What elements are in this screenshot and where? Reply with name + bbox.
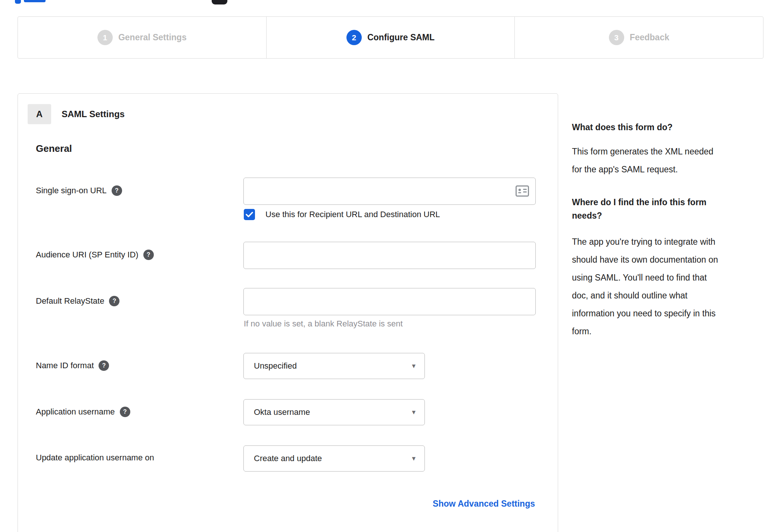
relay-state-hint: If no value is set, a blank RelayState i… [244, 319, 403, 329]
relay-state-input-wrap [243, 288, 536, 315]
show-advanced-settings-link[interactable]: Show Advanced Settings [433, 499, 535, 509]
sso-url-input[interactable] [243, 178, 536, 205]
app-username-label: Application username ? [36, 407, 239, 417]
step-configure-saml[interactable]: 2 Configure SAML [266, 17, 515, 58]
sidebar-answer-2-line: should have its own documentation on [572, 251, 760, 269]
help-icon[interactable]: ? [99, 360, 109, 371]
recipient-url-checkbox-row: Use this for Recipient URL and Destinati… [244, 209, 440, 220]
contact-card-icon [516, 185, 529, 197]
help-icon[interactable]: ? [109, 296, 119, 306]
general-heading: General [36, 143, 72, 154]
audience-uri-input-wrap [243, 242, 536, 269]
sidebar-answer-2: The app you're trying to integrate with … [572, 233, 760, 340]
relay-state-label: Default RelayState ? [36, 296, 239, 306]
section-header: A SAML Settings [28, 104, 125, 124]
wizard-stepper: 1 General Settings 2 Configure SAML 3 Fe… [18, 16, 763, 59]
step-label: Configure SAML [367, 32, 435, 43]
sidebar-answer-1: This form generates the XML needed for t… [572, 143, 760, 178]
cropped-header-icon-fragment [212, 0, 227, 4]
step-label: General Settings [118, 32, 187, 43]
help-sidebar: What does this form do? This form genera… [572, 93, 760, 340]
recipient-url-checkbox[interactable] [244, 209, 255, 220]
name-id-format-value: Unspecified [254, 361, 297, 371]
update-username-select[interactable]: Create and update ▾ [243, 445, 425, 472]
sidebar-question-1: What does this form do? [572, 122, 760, 133]
sidebar-answer-2-line: form. [572, 322, 760, 340]
sidebar-answer-2-line: information you need to specify in this [572, 304, 760, 322]
update-username-value: Create and update [254, 454, 322, 463]
recipient-url-checkbox-label: Use this for Recipient URL and Destinati… [265, 210, 440, 219]
saml-settings-panel: A SAML Settings General Single sign-on U… [18, 93, 558, 532]
name-id-format-select[interactable]: Unspecified ▾ [243, 353, 425, 379]
step-number-badge: 1 [97, 30, 113, 45]
app-username-select[interactable]: Okta username ▾ [243, 399, 425, 425]
help-icon[interactable]: ? [120, 407, 130, 417]
checkmark-icon [246, 212, 253, 218]
step-number-badge: 2 [346, 30, 362, 45]
step-number-badge: 3 [609, 30, 624, 45]
update-username-label-text: Update application username on [36, 453, 154, 463]
sidebar-question-2-line: needs? [572, 209, 760, 222]
sso-url-label: Single sign-on URL ? [36, 185, 239, 196]
section-badge: A [28, 104, 51, 124]
chevron-down-icon: ▾ [412, 408, 416, 416]
sidebar-question-2-line: Where do I find the info this form [572, 195, 760, 209]
help-icon[interactable]: ? [112, 185, 122, 196]
name-id-format-label: Name ID format ? [36, 360, 239, 371]
sidebar-answer-1-line: for the app's SAML request. [572, 160, 760, 178]
name-id-format-label-text: Name ID format [36, 361, 94, 370]
sso-url-label-text: Single sign-on URL [36, 186, 107, 195]
step-feedback[interactable]: 3 Feedback [514, 17, 763, 58]
help-icon[interactable]: ? [143, 250, 154, 260]
app-username-value: Okta username [254, 407, 310, 417]
section-title: SAML Settings [62, 109, 125, 119]
audience-uri-label-text: Audience URI (SP Entity ID) [36, 250, 139, 260]
cropped-header-fragment [15, 0, 21, 4]
chevron-down-icon: ▾ [412, 362, 416, 370]
sso-url-input-wrap [243, 178, 536, 205]
sidebar-answer-2-line: The app you're trying to integrate with [572, 233, 760, 251]
step-label: Feedback [630, 32, 669, 43]
relay-state-label-text: Default RelayState [36, 296, 104, 306]
relay-state-input[interactable] [243, 288, 536, 315]
update-username-label: Update application username on [36, 453, 239, 463]
chevron-down-icon: ▾ [412, 454, 416, 463]
sidebar-answer-1-line: This form generates the XML needed [572, 143, 760, 160]
audience-uri-input[interactable] [243, 242, 536, 269]
cropped-header-fragment [24, 0, 46, 2]
sidebar-question-2: Where do I find the info this form needs… [572, 195, 760, 222]
step-general-settings[interactable]: 1 General Settings [18, 17, 266, 58]
sidebar-answer-2-line: using SAML. You'll need to find that [572, 269, 760, 287]
audience-uri-label: Audience URI (SP Entity ID) ? [36, 250, 239, 260]
sidebar-answer-2-line: doc, and it should outline what [572, 287, 760, 304]
app-username-label-text: Application username [36, 407, 115, 417]
